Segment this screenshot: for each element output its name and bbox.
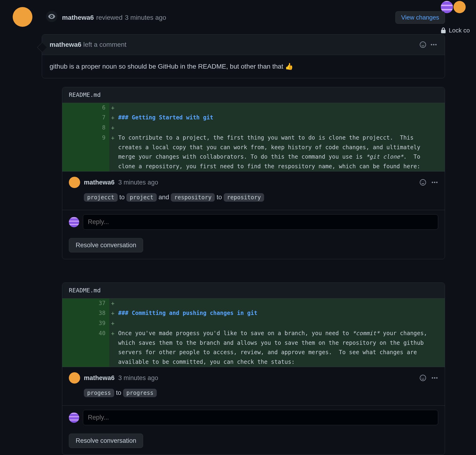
svg-point-7 <box>422 181 422 182</box>
svg-point-6 <box>420 179 426 185</box>
comment-body: github is a proper noun so should be Git… <box>42 55 445 78</box>
svg-point-9 <box>432 182 433 183</box>
code-word: projecct <box>84 193 118 202</box>
resolve-button[interactable]: Resolve conversation <box>69 434 143 448</box>
svg-point-8 <box>424 181 424 182</box>
lock-label: Lock co <box>449 26 470 35</box>
diff-line[interactable]: 7+### Getting Started with git <box>62 113 445 123</box>
diff-line[interactable]: 8+ <box>62 123 445 133</box>
svg-point-2 <box>424 44 424 44</box>
inline-comment-body: projecct to project and respository to r… <box>69 191 438 203</box>
diff-line[interactable]: 6+ <box>62 103 445 113</box>
review-author[interactable]: mathewa6 <box>62 13 94 23</box>
participant-avatar[interactable] <box>453 1 466 13</box>
lock-conversation[interactable]: Lock co <box>438 26 476 35</box>
diff-file-name[interactable]: README.md <box>62 87 445 103</box>
commenter-time[interactable]: 3 minutes ago <box>118 373 158 383</box>
svg-point-14 <box>424 377 424 377</box>
comment-action: left a comment <box>83 40 126 49</box>
inline-comment-body: progess to progress <box>69 387 438 399</box>
reply-input[interactable] <box>83 410 438 425</box>
diff-table: 6+7+### Getting Started with git8+9+To c… <box>62 103 445 171</box>
svg-point-12 <box>420 375 426 381</box>
diff-line[interactable]: 38+### Committing and pushing changes in… <box>62 308 445 318</box>
diff-line[interactable]: 9+To contribute to a project, the first … <box>62 133 445 171</box>
svg-point-3 <box>431 44 432 45</box>
emoji-icon[interactable] <box>419 374 427 382</box>
diff-line[interactable]: 40+Once you've made progess you'd like t… <box>62 329 445 367</box>
review-action: reviewed <box>96 13 122 23</box>
svg-point-0 <box>420 42 426 48</box>
svg-point-4 <box>433 44 435 45</box>
self-avatar[interactable] <box>69 413 79 423</box>
code-word: progress <box>123 389 157 397</box>
reply-row <box>62 210 445 234</box>
diff-line[interactable]: 37+ <box>62 299 445 309</box>
diff-card: README.md 6+7+### Getting Started with g… <box>62 87 445 259</box>
inline-comment: mathewa6 3 minutes ago projecct to <box>62 171 445 210</box>
self-avatar[interactable] <box>69 217 79 227</box>
code-word: progess <box>84 389 114 397</box>
svg-point-11 <box>436 182 437 183</box>
emoji-icon[interactable] <box>419 41 427 48</box>
svg-point-10 <box>434 182 435 183</box>
commenter-time[interactable]: 3 minutes ago <box>118 178 158 187</box>
reply-input[interactable] <box>83 214 438 230</box>
commenter-avatar[interactable] <box>69 372 80 383</box>
svg-point-1 <box>422 44 422 44</box>
svg-point-13 <box>422 377 422 377</box>
svg-point-15 <box>432 377 433 379</box>
code-word: respository <box>171 193 215 202</box>
review-header: mathewa6 reviewed 3 minutes ago View cha… <box>62 11 445 24</box>
commenter-name[interactable]: mathewa6 <box>84 373 115 383</box>
emoji-icon[interactable] <box>419 179 427 186</box>
review-time[interactable]: 3 minutes ago <box>125 13 166 23</box>
review-comment-box: mathewa6 left a comment github is a prop… <box>42 34 445 78</box>
svg-point-5 <box>435 44 436 45</box>
kebab-icon[interactable] <box>431 374 438 382</box>
diff-table: 37+38+### Committing and pushing changes… <box>62 299 445 367</box>
code-word: project <box>126 193 157 202</box>
lock-icon <box>440 27 446 34</box>
kebab-icon[interactable] <box>431 179 438 186</box>
svg-point-16 <box>434 377 435 379</box>
diff-file-name[interactable]: README.md <box>62 283 445 299</box>
resolve-button[interactable]: Resolve conversation <box>69 238 143 252</box>
reviewer-avatar[interactable] <box>13 7 32 27</box>
diff-line[interactable]: 39+ <box>62 318 445 329</box>
comment-author[interactable]: mathewa6 <box>49 40 81 49</box>
svg-point-17 <box>436 377 437 379</box>
inline-comment: mathewa6 3 minutes ago progess to <box>62 367 445 406</box>
reply-row <box>62 406 445 429</box>
kebab-icon[interactable] <box>430 41 437 48</box>
code-word: repository <box>224 193 264 202</box>
commenter-avatar[interactable] <box>69 177 80 188</box>
commenter-name[interactable]: mathewa6 <box>84 178 115 187</box>
diff-card: README.md 37+38+### Committing and pushi… <box>62 283 445 455</box>
view-changes-button[interactable]: View changes <box>395 11 445 24</box>
review-eye-icon <box>45 9 59 24</box>
